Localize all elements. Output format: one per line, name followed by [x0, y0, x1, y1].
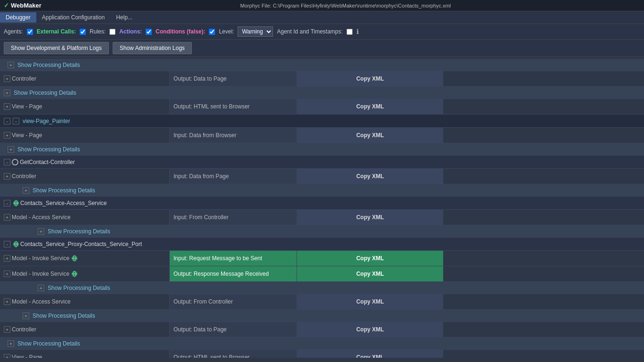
- menu-help[interactable]: Help...: [110, 12, 138, 23]
- controller-label-3: Controller: [12, 326, 36, 333]
- copy-xml-8[interactable]: Copy XML: [297, 294, 443, 309]
- expand-icon-vp-3[interactable]: +: [4, 354, 10, 358]
- expand-icon-3[interactable]: +: [8, 146, 14, 153]
- rules-checkbox[interactable]: [109, 29, 116, 35]
- processing-details-8[interactable]: + Show Processing Details: [0, 337, 644, 350]
- copy-xml-9[interactable]: Copy XML: [297, 322, 443, 337]
- expand-icon-vp-1[interactable]: +: [4, 103, 10, 110]
- expand-icon-6[interactable]: +: [38, 285, 44, 291]
- controller-node-icon: [12, 159, 18, 165]
- expand-cs[interactable]: -: [4, 200, 10, 206]
- contacts-proxy-header[interactable]: - Contacts_Service_Proxy-Contacts_Servic…: [0, 238, 644, 251]
- expand-icon-mas-1[interactable]: +: [4, 214, 10, 221]
- processing-details-6[interactable]: + Show Processing Details: [0, 282, 644, 294]
- processing-details-7[interactable]: + Show Processing Details: [0, 310, 644, 322]
- expand-icon-mis-2[interactable]: +: [4, 271, 10, 277]
- view-page-row-3: + View - Page Output: HTML sent to Brows…: [0, 350, 644, 358]
- model-access-row-1: + Model - Access Service Input: From Con…: [0, 210, 644, 225]
- copy-xml-10[interactable]: Copy XML: [297, 350, 443, 358]
- copy-xml-1[interactable]: Copy XML: [297, 71, 443, 86]
- model-invoke-label-2: Model - Invoke Service: [12, 271, 69, 277]
- expand-icon-ctrl-1[interactable]: +: [4, 75, 10, 82]
- expand-icon-7[interactable]: +: [23, 313, 29, 319]
- processing-label-1: Show Processing Details: [17, 62, 80, 68]
- model-invoke-name-1: + Model - Invoke Service: [0, 251, 170, 266]
- info-icon[interactable]: ℹ: [356, 28, 359, 35]
- copy-xml-btn-6[interactable]: Copy XML: [301, 253, 439, 263]
- view-page-name-3: + View - Page: [0, 350, 170, 358]
- processing-details-2[interactable]: + Show Processing Details: [0, 87, 644, 99]
- expand-icon-ctrl-2[interactable]: +: [4, 173, 10, 180]
- controller-row-2: + Controller Input: Data from Page Copy …: [0, 169, 644, 184]
- copy-xml-btn-8[interactable]: Copy XML: [301, 296, 439, 307]
- expand-icon-1[interactable]: +: [8, 62, 14, 68]
- contacts-proxy-label: Contacts_Service_Proxy-Contacts_Service_…: [20, 241, 142, 247]
- copy-xml-btn-4[interactable]: Copy XML: [301, 171, 439, 181]
- copy-xml-2[interactable]: Copy XML: [297, 99, 443, 114]
- globe-icon-3: [71, 255, 78, 262]
- agent-timestamps-checkbox[interactable]: [347, 29, 353, 35]
- controller-name-1: + Controller: [0, 71, 170, 86]
- agents-checkbox[interactable]: [27, 29, 33, 35]
- model-access-name-2: + Model - Access Service: [0, 294, 170, 309]
- copy-xml-7[interactable]: Copy XML: [297, 266, 443, 281]
- copy-xml-4[interactable]: Copy XML: [297, 169, 443, 184]
- expand-painter[interactable]: -: [4, 118, 10, 124]
- model-invoke-row-2: + Model - Invoke Service Output: Respons…: [0, 266, 644, 282]
- expand-icon-mas-2[interactable]: +: [4, 298, 10, 305]
- expand-icon-2[interactable]: +: [4, 90, 10, 96]
- copy-xml-btn-3[interactable]: Copy XML: [301, 130, 439, 140]
- content-area: + Show Processing Details + Controller O…: [0, 57, 644, 358]
- expand-icon-vp-2[interactable]: +: [4, 132, 10, 139]
- copy-xml-5[interactable]: Copy XML: [297, 210, 443, 225]
- controller-name-2: + Controller: [0, 169, 170, 184]
- menu-app-config[interactable]: Application Configuration: [36, 12, 110, 23]
- processing-details-5[interactable]: + Show Processing Details: [0, 225, 644, 238]
- expand-gcc[interactable]: -: [4, 159, 10, 165]
- processing-details-3[interactable]: + Show Processing Details: [0, 143, 644, 156]
- output-from-controller: Output: From Controller: [170, 294, 297, 309]
- view-page-row-1: + View - Page Output: HTML sent to Brows…: [0, 99, 644, 115]
- app-title: WebMaker: [11, 2, 41, 9]
- dev-logs-button[interactable]: Show Development & Platform Logs: [4, 42, 109, 54]
- agent-timestamps-label: Agent Id and Timestamps:: [277, 28, 342, 35]
- processing-label-8: Show Processing Details: [17, 340, 80, 347]
- output-html-browser-1: Output: HTML sent to Browser: [170, 99, 297, 114]
- expand-icon-5[interactable]: +: [38, 228, 44, 235]
- copy-xml-btn-5[interactable]: Copy XML: [301, 212, 439, 222]
- processing-label-4: Show Processing Details: [33, 187, 95, 194]
- file-path: Morphyc File: C:\Program Files\Hyfinity\…: [51, 3, 640, 8]
- processing-label-6: Show Processing Details: [48, 285, 110, 291]
- copy-xml-btn-9[interactable]: Copy XML: [301, 324, 439, 335]
- contacts-service-label: Contacts_Service-Access_Service: [20, 200, 107, 206]
- title-bar: ✓ WebMaker Morphyc File: C:\Program File…: [0, 0, 644, 11]
- copy-xml-btn-10[interactable]: Copy XML: [301, 352, 439, 358]
- copy-xml-btn-1[interactable]: Copy XML: [301, 74, 439, 84]
- view-page-label-1: View - Page: [12, 103, 42, 110]
- view-page-painter-header[interactable]: - - view-Page_Painter: [0, 115, 644, 128]
- expand-icon-8[interactable]: +: [8, 340, 14, 347]
- copy-xml-6[interactable]: Copy XML: [297, 251, 443, 266]
- admin-logs-button[interactable]: Show Administration Logs: [113, 42, 192, 54]
- level-label: Level:: [219, 28, 234, 35]
- level-select[interactable]: Warning Info Debug Error: [238, 26, 273, 37]
- external-calls-checkbox[interactable]: [80, 29, 86, 35]
- expand-icon-mis-1[interactable]: +: [4, 255, 10, 262]
- expand-proxy[interactable]: -: [4, 241, 10, 247]
- processing-details-4[interactable]: + Show Processing Details: [0, 184, 644, 197]
- copy-xml-3[interactable]: Copy XML: [297, 128, 443, 143]
- processing-label-3: Show Processing Details: [17, 146, 80, 153]
- expand-painter-sub[interactable]: -: [13, 118, 19, 124]
- menu-debugger[interactable]: Debugger: [0, 12, 36, 23]
- copy-xml-btn-7[interactable]: Copy XML: [301, 269, 439, 279]
- contacts-service-header[interactable]: - Contacts_Service-Access_Service: [0, 197, 644, 210]
- rules-label: Rules:: [90, 28, 106, 35]
- expand-icon-4[interactable]: +: [23, 187, 29, 194]
- actions-checkbox[interactable]: [146, 29, 152, 35]
- copy-xml-btn-2[interactable]: Copy XML: [301, 101, 439, 112]
- controller-name-3: + Controller: [0, 322, 170, 337]
- get-contact-controller-header[interactable]: - GetContact-Controller: [0, 156, 644, 169]
- expand-icon-ctrl-3[interactable]: +: [4, 326, 10, 333]
- conditions-checkbox[interactable]: [209, 29, 215, 35]
- processing-details-1[interactable]: + Show Processing Details: [0, 59, 644, 71]
